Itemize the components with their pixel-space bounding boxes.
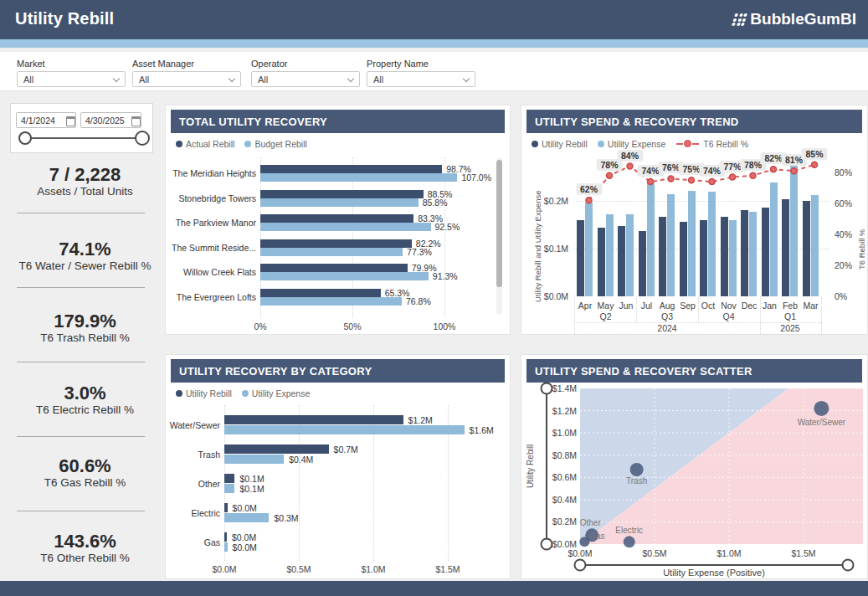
x-slider-handle-left[interactable] bbox=[575, 560, 586, 571]
filter-label-asset-manager: Asset Manager bbox=[132, 59, 194, 69]
actual-rebill-bar[interactable] bbox=[260, 239, 412, 248]
rebill-value-label: $0.7M bbox=[334, 444, 358, 455]
scrollbar-thumb[interactable] bbox=[496, 160, 502, 287]
expense-bar[interactable] bbox=[790, 162, 798, 296]
rebill-bar[interactable] bbox=[639, 231, 646, 296]
kpi-value: 3.0% bbox=[8, 383, 162, 404]
spend-recovery-scatter-card: UTILITY SPEND & RECOVERY SCATTER $0.0M$0… bbox=[521, 354, 868, 579]
expense-bar[interactable] bbox=[626, 214, 634, 296]
rebill-bar[interactable] bbox=[224, 474, 234, 483]
expense-value-label: $0.1M bbox=[239, 484, 264, 494]
budget-rebill-bar[interactable] bbox=[260, 198, 419, 207]
y-slider-handle-top[interactable] bbox=[542, 383, 552, 394]
expense-bar[interactable] bbox=[224, 425, 465, 434]
budget-value-label: 76.8% bbox=[406, 296, 431, 306]
page-title: Utility Rebill bbox=[15, 9, 114, 28]
rebill-bar[interactable] bbox=[721, 217, 728, 296]
scatter-point-gas[interactable] bbox=[579, 537, 589, 547]
category-label: Gas bbox=[167, 537, 220, 547]
axis-separator bbox=[574, 334, 821, 335]
rebill-bar[interactable] bbox=[659, 217, 666, 296]
kpi-label: T6 Water / Sewer Rebill % bbox=[8, 259, 162, 272]
expense-bar[interactable] bbox=[811, 195, 819, 296]
axis-separator bbox=[821, 296, 822, 322]
quarter-label: Q3 bbox=[655, 311, 680, 321]
rebill-bar[interactable] bbox=[577, 220, 584, 296]
budget-rebill-bar[interactable] bbox=[260, 297, 402, 306]
x-slider-handle-right[interactable] bbox=[843, 560, 854, 571]
scatter-point-trash[interactable] bbox=[630, 463, 644, 476]
scatter-point-electric[interactable] bbox=[624, 536, 635, 547]
dashboard-page: Utility Rebill BubbleGumBI MarketAllAsse… bbox=[0, 0, 868, 596]
kpi-value: 143.6% bbox=[8, 531, 162, 552]
expense-value-label: $0.3M bbox=[274, 513, 298, 523]
kpi-value: 74.1% bbox=[8, 239, 162, 260]
y-axis-title: Utility Rebill bbox=[526, 444, 535, 488]
rebill-bar[interactable] bbox=[224, 415, 403, 424]
filter-dropdown-asset-manager[interactable]: All bbox=[132, 71, 241, 87]
y-slider-handle-bottom[interactable] bbox=[542, 539, 552, 550]
rebill-bar[interactable] bbox=[741, 210, 748, 296]
y-tick-label: $0.1M bbox=[535, 244, 568, 254]
expense-bar[interactable] bbox=[647, 183, 655, 296]
expense-bar[interactable] bbox=[770, 182, 778, 296]
app-footer bbox=[0, 581, 868, 596]
budget-rebill-bar[interactable] bbox=[260, 272, 429, 280]
expense-bar[interactable] bbox=[667, 194, 675, 296]
y-tick-label: $0.8M bbox=[552, 450, 577, 460]
rebill-bar[interactable] bbox=[224, 503, 228, 512]
date-slider-handle-right[interactable] bbox=[135, 131, 150, 146]
expense-bar[interactable] bbox=[729, 220, 737, 296]
expense-bar[interactable] bbox=[585, 203, 593, 296]
budget-rebill-bar[interactable] bbox=[260, 173, 457, 182]
date-slider-handle-left[interactable] bbox=[18, 131, 32, 145]
actual-rebill-bar[interactable] bbox=[260, 190, 424, 198]
legend-dot-icon bbox=[244, 141, 251, 147]
filter-dropdown-property-name[interactable]: All bbox=[367, 71, 475, 87]
rebill-bar[interactable] bbox=[224, 532, 227, 542]
expense-bar[interactable] bbox=[224, 513, 269, 522]
rebill-bar[interactable] bbox=[762, 208, 769, 296]
scatter-point-water-sewer[interactable] bbox=[814, 401, 829, 416]
category-label: Other bbox=[167, 479, 220, 489]
budget-rebill-bar[interactable] bbox=[260, 223, 431, 231]
budget-value-label: 91.3% bbox=[433, 271, 458, 281]
x-tick-label: $0.5M bbox=[642, 548, 666, 558]
expense-bar[interactable] bbox=[224, 542, 228, 552]
x-tick-label: $0.5M bbox=[280, 564, 317, 574]
date-range-card: 4/1/2024 4/30/2025 bbox=[10, 103, 153, 153]
expense-bar[interactable] bbox=[688, 191, 696, 296]
rebill-bar[interactable] bbox=[700, 220, 707, 296]
legend-item: Utility Expense bbox=[598, 139, 665, 149]
actual-rebill-bar[interactable] bbox=[260, 214, 413, 223]
y2-tick-label: 60% bbox=[835, 198, 852, 208]
date-slider-track[interactable] bbox=[24, 137, 143, 139]
legend-dot-icon bbox=[532, 141, 538, 147]
expense-bar[interactable] bbox=[224, 455, 284, 464]
legend-dot-icon bbox=[176, 141, 182, 147]
expense-bar[interactable] bbox=[749, 212, 757, 296]
calendar-icon[interactable] bbox=[131, 116, 141, 126]
x-tick-label: $0.0M bbox=[206, 564, 243, 574]
filter-dropdown-operator[interactable]: All bbox=[251, 71, 360, 87]
legend-dashed-line-icon bbox=[675, 139, 700, 149]
rebill-bar[interactable] bbox=[782, 199, 789, 296]
expense-bar[interactable] bbox=[708, 192, 716, 296]
actual-rebill-bar[interactable] bbox=[260, 264, 408, 272]
rebill-bar[interactable] bbox=[618, 226, 625, 296]
budget-value-label: 77.3% bbox=[407, 247, 432, 257]
rebill-bar[interactable] bbox=[598, 228, 605, 296]
expense-bar[interactable] bbox=[224, 484, 234, 493]
filter-dropdown-market[interactable]: All bbox=[17, 71, 126, 87]
calendar-icon[interactable] bbox=[66, 116, 75, 126]
expense-bar[interactable] bbox=[606, 214, 614, 296]
actual-rebill-bar[interactable] bbox=[260, 289, 381, 297]
rebill-bar[interactable] bbox=[680, 222, 687, 296]
actual-rebill-bar[interactable] bbox=[260, 165, 442, 173]
rebill-pct-label: 62% bbox=[576, 183, 602, 195]
brand-dots-icon bbox=[732, 13, 747, 26]
rebill-bar[interactable] bbox=[803, 201, 810, 296]
budget-rebill-bar[interactable] bbox=[260, 248, 403, 256]
rebill-bar[interactable] bbox=[224, 444, 329, 454]
rebill-value-label: $0.0M bbox=[233, 503, 257, 513]
